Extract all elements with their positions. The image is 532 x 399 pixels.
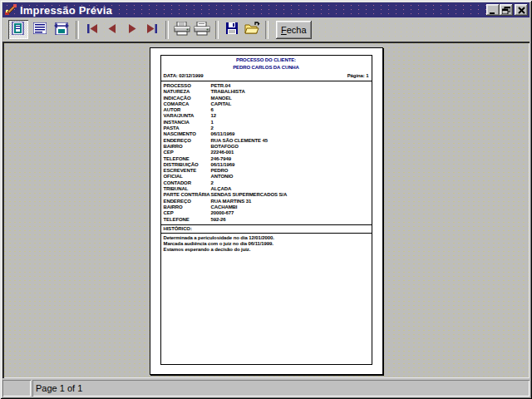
field-label: INSTANCIA <box>161 120 211 126</box>
field-value: ANTONIO <box>211 174 372 180</box>
toolbar: Fecha <box>2 17 530 42</box>
printer-document-icon <box>174 22 190 38</box>
field-value: BOTAFOGO <box>211 144 372 150</box>
field-value: 2 <box>211 126 372 131</box>
field-label: TELEFONE <box>161 156 211 162</box>
field-label: ENDEREÇO <box>161 138 211 144</box>
last-page-icon <box>146 23 158 36</box>
field-row: TELEFONE246-7949 <box>161 156 372 162</box>
field-value: 20000-677 <box>211 210 372 216</box>
print-button[interactable] <box>193 20 211 39</box>
field-label: NATUREZA <box>161 89 211 95</box>
historico-text: Determinada a periculosidade no dia 12/0… <box>161 234 372 253</box>
statusbar-page-indicator: Page 1 of 1 <box>32 380 530 397</box>
field-label: VARA/JUNTA <box>161 113 211 119</box>
next-page-icon <box>128 23 136 36</box>
field-label: PARTE CONTRÁRIA <box>161 192 211 198</box>
field-value: MANOEL <box>211 96 372 101</box>
toolbar-separator <box>215 21 219 39</box>
page-width-icon <box>54 22 69 37</box>
report-client-name: PEDRO CARLOS DA CUNHA <box>161 65 372 71</box>
field-value: 592-26 <box>211 217 372 223</box>
report-title: PROCESSO DO CLIENTE: <box>161 57 372 63</box>
field-row: TELEFONE592-26 <box>161 217 372 223</box>
field-row: TRIBUNALALÇADA <box>161 186 372 192</box>
field-value: PEDRO <box>211 168 372 174</box>
field-row: AUTOR6 <box>161 107 372 113</box>
zoom-whole-page-button[interactable] <box>8 20 28 39</box>
report-frame: PROCESSO DO CLIENTE: PEDRO CARLOS DA CUN… <box>160 55 372 365</box>
field-label: TELEFONE <box>161 217 211 223</box>
preview-area[interactable]: PROCESSO DO CLIENTE: PEDRO CARLOS DA CUN… <box>2 42 530 378</box>
field-value: SENDAS SUPERMERCADOS S/A <box>211 192 372 198</box>
field-row: INDICAÇÃOMANOEL <box>161 96 372 101</box>
statusbar-left-panel <box>2 380 31 397</box>
open-folder-icon <box>244 22 260 37</box>
field-value: PETR.04 <box>211 83 372 89</box>
field-label: COMARCA <box>161 101 211 107</box>
field-label: CEP <box>161 210 211 216</box>
field-row: PARTE CONTRÁRIASENDAS SUPERMERCADOS S/A <box>161 192 372 198</box>
historico-heading: HISTÓRICO: <box>161 225 372 233</box>
field-value: CACHAMBI <box>211 204 372 210</box>
previous-page-button[interactable] <box>103 20 121 39</box>
minimize-button[interactable] <box>486 4 500 16</box>
field-value: RUA MARTINS 31 <box>211 199 372 204</box>
text-lines-icon <box>33 22 47 37</box>
field-label: ESCREVENTE <box>161 168 211 174</box>
field-label: ENDEREÇO <box>161 199 211 204</box>
field-value: 1 <box>211 120 372 126</box>
field-row: NASCIMENTO06/11/1969 <box>161 131 372 137</box>
field-label: PROCESSO <box>161 83 211 89</box>
field-row: ENDEREÇORUA MARTINS 31 <box>161 199 372 204</box>
field-row: CEP20000-677 <box>161 210 372 216</box>
field-label: PASTA <box>161 126 211 131</box>
first-page-button[interactable] <box>83 20 101 39</box>
field-row: CEP22246-001 <box>161 150 372 155</box>
field-label: DISTRIBUIÇÃO <box>161 162 211 168</box>
field-label: BAIRRO <box>161 204 211 210</box>
window-title: Impressão Prévia <box>20 4 486 17</box>
field-label: CEP <box>161 150 211 155</box>
field-label: TRIBUNAL <box>161 186 211 192</box>
field-row: BAIRROBOTAFOGO <box>161 144 372 150</box>
document-page: PROCESSO DO CLIENTE: PEDRO CARLOS DA CUN… <box>150 47 383 375</box>
field-row: ESCREVENTEPEDRO <box>161 168 372 174</box>
floppy-disk-icon <box>225 22 239 37</box>
field-row: COMARCACAPITAL <box>161 101 372 107</box>
field-row: VARA/JUNTA12 <box>161 113 372 119</box>
zoom-page-width-button[interactable] <box>52 20 71 39</box>
print-setup-button[interactable] <box>173 20 191 39</box>
open-button[interactable] <box>243 20 261 39</box>
field-value: TRABALHISTA <box>211 89 372 95</box>
fecha-accelerator: F <box>281 25 287 35</box>
last-page-button[interactable] <box>143 20 161 39</box>
restore-button[interactable] <box>500 4 513 16</box>
close-button[interactable] <box>515 4 528 16</box>
field-value: 06/11/1969 <box>211 162 372 168</box>
field-value: 2 <box>211 180 372 186</box>
field-rows: PROCESSOPETR.04 NATUREZATRABALHISTA INDI… <box>161 81 372 223</box>
field-row: BAIRROCACHAMBI <box>161 204 372 210</box>
toolbar-separator <box>265 21 268 39</box>
field-value: 246-7949 <box>211 156 372 162</box>
field-label: OFICIAL <box>161 174 211 180</box>
field-value: 06/11/1969 <box>211 131 372 137</box>
field-label: BAIRRO <box>161 144 211 150</box>
field-value: RUA SÃO CLEMENTE 45 <box>211 138 372 144</box>
field-value: ALÇADA <box>211 186 372 192</box>
fecha-button[interactable]: Fecha <box>276 21 312 39</box>
field-row: NATUREZATRABALHISTA <box>161 89 372 95</box>
save-button[interactable] <box>223 20 241 39</box>
toolbar-separator <box>76 21 79 39</box>
field-row: CONTADOR2 <box>161 180 372 186</box>
field-label: AUTOR <box>161 107 211 113</box>
fecha-label: echa <box>287 25 307 35</box>
toolbar-separator <box>165 21 169 39</box>
next-page-button[interactable] <box>123 20 141 39</box>
field-row: DISTRIBUIÇÃO06/11/1969 <box>161 162 372 168</box>
paintbrush-app-icon[interactable] <box>4 3 17 17</box>
field-value: CAPITAL <box>211 101 372 107</box>
zoom-text-view-button[interactable] <box>30 20 50 39</box>
print-preview-window: Impressão Prévia <box>0 0 532 399</box>
